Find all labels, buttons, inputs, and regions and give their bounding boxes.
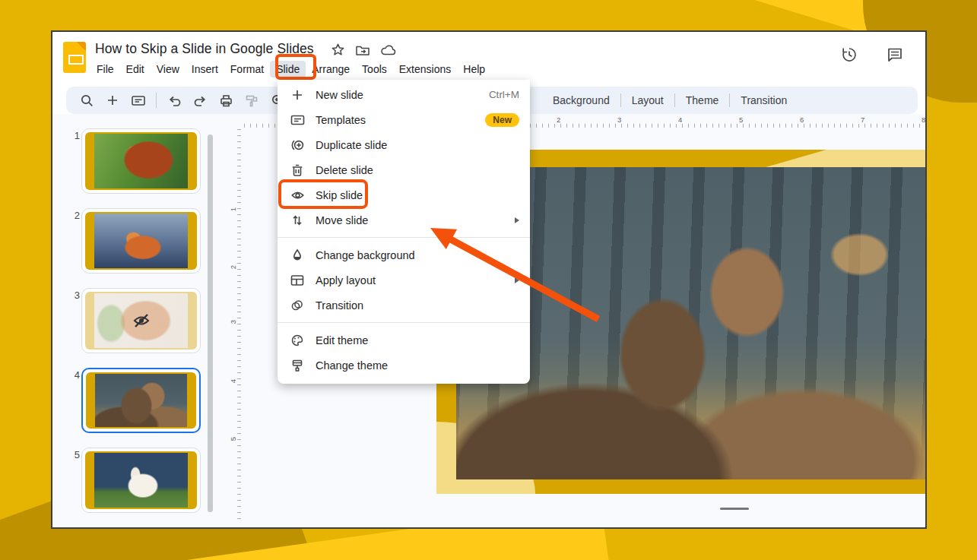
- google-slides-window: How to Skip a Slide in Google Slides Fil…: [51, 30, 927, 529]
- deer-photo: [95, 374, 187, 427]
- menu-shortcut: Ctrl+M: [489, 89, 519, 100]
- search-icon[interactable]: [74, 87, 100, 114]
- menu-help[interactable]: Help: [457, 61, 491, 78]
- ruler-number: 5: [229, 437, 237, 441]
- ruler-number: 2: [229, 265, 237, 269]
- paint-format-icon[interactable]: [239, 87, 265, 114]
- menu-item-label: New slide: [316, 89, 363, 101]
- google-slides-logo[interactable]: [63, 42, 86, 73]
- ruler-number: 5: [739, 115, 743, 124]
- slide-thumbnail-3-skipped[interactable]: [81, 288, 201, 353]
- background-button[interactable]: Background: [542, 94, 620, 106]
- menu-item-label: Transition: [316, 299, 363, 312]
- theme-brush-icon: [290, 359, 305, 372]
- palette-icon: [290, 334, 305, 347]
- droplet-icon: [290, 248, 305, 262]
- slide-thumbnail-1[interactable]: [81, 128, 201, 194]
- slide-thumbnail-5[interactable]: [81, 448, 201, 513]
- thumbnail-background: How to Skip a Slide in Google Slides Fil…: [0, 0, 977, 560]
- menu-divider: [278, 237, 530, 238]
- filmstrip-scrollbar[interactable]: [208, 134, 213, 512]
- menu-item-change-theme[interactable]: Change theme: [278, 353, 530, 378]
- menu-insert[interactable]: Insert: [186, 61, 224, 78]
- menu-item-label: Duplicate slide: [316, 139, 387, 151]
- menu-item-label: Edit theme: [316, 334, 368, 346]
- ruler-ticks: [237, 129, 241, 521]
- ruler-number: 7: [861, 115, 864, 124]
- slide-dropdown-menu: New slide Ctrl+M Templates New Duplicate…: [278, 80, 530, 384]
- slide-thumbnail-2[interactable]: [81, 208, 201, 274]
- vertical-ruler: 1 2 3 4 5: [230, 129, 243, 521]
- templates-panel-icon[interactable]: [125, 87, 151, 114]
- transition-button[interactable]: Transition: [730, 94, 798, 106]
- redo-icon[interactable]: [187, 87, 213, 114]
- menu-item-change-background[interactable]: Change background: [278, 242, 530, 267]
- undo-icon[interactable]: [161, 87, 187, 114]
- duplicate-slide-icon: [290, 138, 305, 152]
- comments-icon[interactable]: [886, 46, 904, 64]
- annotation-box-slide-menu: [275, 54, 316, 80]
- slide-number: 1: [68, 130, 80, 141]
- move-slide-icon: [290, 214, 305, 227]
- menu-view[interactable]: View: [151, 61, 186, 78]
- menu-extensions[interactable]: Extensions: [393, 61, 457, 78]
- menu-item-duplicate-slide[interactable]: Duplicate slide: [278, 132, 530, 157]
- star-icon[interactable]: [331, 43, 345, 57]
- move-folder-icon[interactable]: [355, 43, 370, 57]
- menu-item-templates[interactable]: Templates New: [278, 107, 530, 132]
- menu-item-label: Change theme: [316, 359, 388, 372]
- ruler-number: 4: [229, 379, 237, 383]
- slide-number: 4: [68, 369, 80, 381]
- new-slide-icon: [290, 88, 305, 102]
- menu-tools[interactable]: Tools: [356, 61, 393, 78]
- menu-item-edit-theme[interactable]: Edit theme: [278, 327, 530, 353]
- layout-icon: [290, 274, 305, 286]
- rabbit-photo: [94, 453, 188, 508]
- slide-decor-wedge-top: [766, 150, 925, 167]
- slide-number: 2: [68, 210, 80, 221]
- slide-thumbnail-4-selected[interactable]: [81, 368, 201, 433]
- menu-item-label: Templates: [316, 114, 366, 126]
- menu-file[interactable]: File: [90, 61, 120, 78]
- menu-item-label: Apply layout: [316, 274, 376, 286]
- ruler-number: 2: [557, 115, 560, 124]
- theme-button[interactable]: Theme: [675, 94, 730, 106]
- menu-item-label: Move slide: [316, 214, 368, 226]
- new-badge: New: [485, 113, 519, 127]
- eye-slash-icon: [132, 312, 151, 329]
- toolbar-divider: [156, 93, 157, 108]
- plus-icon[interactable]: [100, 87, 125, 114]
- menu-item-label: Change background: [316, 249, 415, 261]
- ruler-number: 3: [617, 115, 621, 124]
- fox-photo: [94, 214, 188, 268]
- slide-number: 3: [68, 289, 80, 301]
- layout-button[interactable]: Layout: [621, 94, 674, 106]
- transition-icon: [290, 299, 305, 312]
- speaker-notes-handle[interactable]: [720, 508, 749, 510]
- annotation-box-skip-slide: [278, 179, 368, 209]
- ruler-number: 4: [678, 115, 682, 124]
- menu-format[interactable]: Format: [224, 61, 270, 78]
- submenu-arrow-icon: [515, 217, 519, 223]
- menu-edit[interactable]: Edit: [120, 61, 151, 78]
- slide-number: 5: [68, 449, 80, 460]
- menu-item-transition[interactable]: Transition: [278, 293, 530, 318]
- red-panda-photo: [94, 134, 188, 188]
- cloud-saved-icon[interactable]: [380, 43, 397, 56]
- ruler-number: 6: [800, 115, 804, 124]
- menu-item-apply-layout[interactable]: Apply layout: [278, 267, 530, 293]
- submenu-arrow-icon: [515, 277, 519, 283]
- menu-divider: [278, 322, 530, 323]
- contextual-actions: Background Layout Theme Transition: [542, 87, 798, 114]
- ruler-number: 3: [229, 320, 237, 324]
- templates-icon: [290, 114, 305, 126]
- version-history-icon[interactable]: [840, 46, 858, 64]
- menu-item-move-slide[interactable]: Move slide: [278, 207, 530, 233]
- ruler-number: 8: [921, 115, 925, 124]
- menu-item-label: Delete slide: [316, 164, 373, 176]
- print-icon[interactable]: [213, 87, 239, 114]
- ruler-number: 1: [229, 207, 237, 211]
- menu-item-new-slide[interactable]: New slide Ctrl+M: [278, 82, 530, 107]
- trash-icon: [290, 163, 305, 177]
